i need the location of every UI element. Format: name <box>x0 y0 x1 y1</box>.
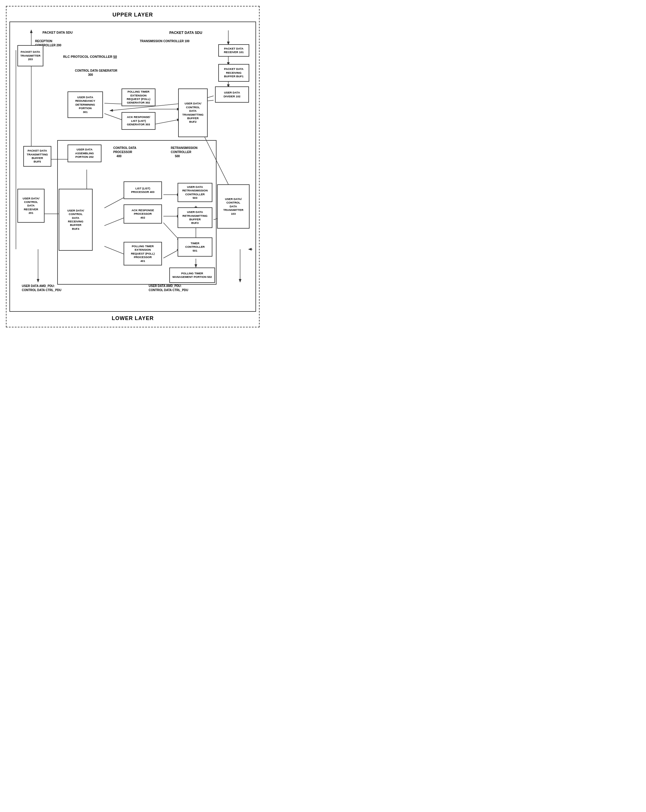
outer-container: UPPER LAYER <box>6 6 260 327</box>
amd-pdu-right-label: USER DATA AMD_PDU:CONTROL DATA CTRL_PDU <box>149 284 188 292</box>
amd-pdu-left-label: USER DATA AMD_PDU:CONTROL DATA CTRL_PDU <box>22 284 61 292</box>
packet-data-receiver-box: PACKET DATARECEIVER 101 <box>218 44 249 56</box>
polling-timer-extension-request-processor-box: POLLING TIMEREXTENSIONREQUEST (POLL)PROC… <box>124 242 162 266</box>
user-data-control-transmitter-box: USER DATA/CONTROLDATATRANSMITTER103 <box>217 184 250 229</box>
ack-response-list-generator-box: ACK RESPONSE/LIST (LIST)GENERATOR 303 <box>122 112 156 130</box>
ack-response-processor-box: ACK RESPONSEPROCESSOR402 <box>124 205 162 224</box>
inner-diagram-container: PACKET DATA SDU PACKET DATA SDU RECEPTIO… <box>9 21 256 312</box>
packet-data-sdu-right-label: PACKET DATA SDU <box>170 31 202 35</box>
upper-layer-label: UPPER LAYER <box>9 9 256 21</box>
user-data-divider-box: USER DATADIVIDER 102 <box>215 86 249 103</box>
transmission-controller-label: TRANSMISSION CONTROLLER 100 <box>140 39 189 43</box>
packet-data-sdu-left-label: PACKET DATA SDU <box>43 31 73 35</box>
polling-timer-management-box: POLLING TIMERMANAGEMENT PORTION 502 <box>170 267 215 283</box>
user-data-retransmission-controller-box: USER DATARETRANSMISSIONCONTROLLER503 <box>177 183 212 202</box>
lower-layer-label: LOWER LAYER <box>9 312 256 324</box>
packet-data-transmitter-box: PACKET DATATRANSMITTER203 <box>17 45 43 66</box>
user-data-control-receiver-box: USER DATA/CONTROLDATARECEIVER201 <box>17 189 44 223</box>
user-data-control-receiving-buffer-box: USER DATA/CONTROLDATARECEIVINGBUFFERBUF4 <box>59 189 93 251</box>
polling-timer-extension-request-generator-box: POLLING TIMEREXTENSIONREQUEST (POLL)GENE… <box>122 89 156 106</box>
user-data-control-transmitting-buffer-box: USER DATA/CONTROLDATATRANSMITTINGBUFFERB… <box>178 89 208 137</box>
user-data-redundancy-box: USER DATAREDUNDANCYDETERMININGPORTION301 <box>67 92 103 118</box>
timer-controller-box: TIMERCONTROLLER501 <box>177 237 212 256</box>
list-processor-box: LIST (LIST)PROCESSOR 403 <box>124 182 162 199</box>
packet-data-receiving-buffer-box: PACKET DATARECEIVINGBUFFER BUF1 <box>218 64 249 82</box>
user-data-retransmitting-buffer-box: USER DATARETRANSMITTINGBUFFERBUF3 <box>177 208 212 228</box>
rlc-protocol-controller-label: RLC PROTOCOL CONTROLLER 50 <box>63 55 117 59</box>
control-data-generator-label: CONTROL DATA GENERATOR 300 <box>75 69 118 77</box>
diagram-area: PACKET DATA SDU PACKET DATA SDU RECEPTIO… <box>13 25 252 308</box>
packet-data-transmitting-buffer-box: PACKET DATATRANSMITTINGBUFFERBUF5 <box>23 146 51 166</box>
